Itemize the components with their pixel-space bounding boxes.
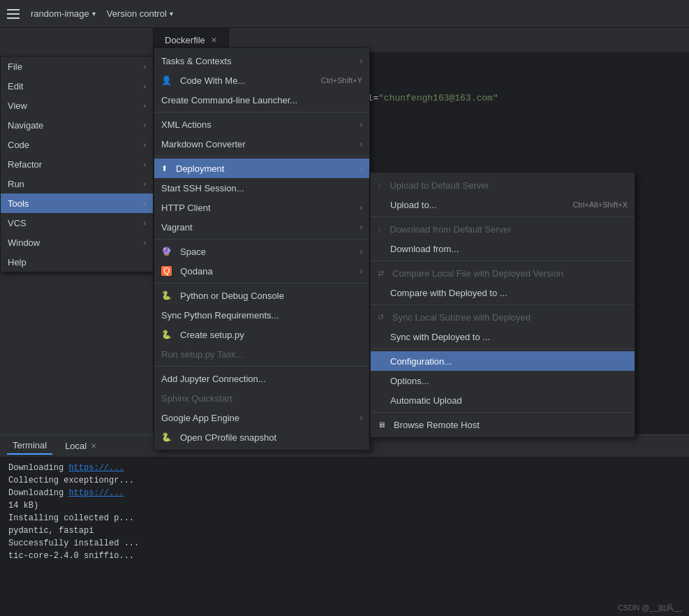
menu-help[interactable]: Help: [1, 252, 153, 272]
download-default-icon: ↓: [378, 225, 382, 233]
term-line-6: pydantic, fastapi: [8, 525, 681, 537]
window-arrow-icon: ›: [144, 239, 146, 247]
tools-qodana[interactable]: Q Qodana ›: [154, 261, 369, 281]
tools-jupyter[interactable]: Add Jupyter Connection...: [154, 369, 369, 388]
deploy-options[interactable]: Options...: [371, 371, 635, 390]
deploy-compare-deployed[interactable]: Compare with Deployed to ...: [371, 283, 635, 302]
dep-sep-2: [371, 261, 635, 261]
tools-vagrant[interactable]: Vagrant ›: [154, 217, 369, 237]
cprofile-icon: 🐍: [161, 432, 172, 442]
tools-submenu: Tasks & Contexts › 👤 Code With Me... Ctr…: [154, 47, 370, 450]
term-line-3: Downloading https://...: [8, 487, 681, 499]
menu-vcs[interactable]: VCS ›: [1, 213, 153, 233]
term-line-2: Collecting exceptiongr...: [8, 474, 681, 487]
terminal-area: Terminal Local ✕ Downloading https://...…: [0, 434, 689, 616]
markdown-arrow-icon: ›: [360, 140, 362, 148]
menu-tools[interactable]: Tools ›: [1, 193, 153, 213]
sidebar: File › Edit › View › Navigate › Code › R…: [0, 28, 154, 434]
upload-default-icon: ↑: [378, 181, 382, 189]
edit-arrow-icon: ›: [144, 82, 146, 90]
create-setup-icon: 🐍: [161, 330, 172, 339]
term-line-7: Successfully installed ...: [8, 537, 681, 550]
term-line-8: tic-core-2.4.0 sniffio...: [8, 550, 681, 562]
deploy-upload-to[interactable]: Upload to... Ctrl+Alt+Shift+X: [371, 195, 635, 214]
tools-tasks[interactable]: Tasks & Contexts ›: [154, 51, 369, 71]
deployment-arrow-icon: ›: [360, 165, 362, 173]
tools-sync-python[interactable]: Sync Python Requirements...: [154, 305, 369, 325]
deploy-browse-remote[interactable]: 🖥 Browse Remote Host: [371, 415, 635, 434]
tools-code-with-me[interactable]: 👤 Code With Me... Ctrl+Shift+Y: [154, 71, 369, 90]
deployment-icon: ⬆: [161, 164, 168, 173]
deploy-configuration[interactable]: Configuration...: [371, 351, 635, 371]
deploy-download-default: ↓ Download from Default Server: [371, 219, 635, 239]
tools-space[interactable]: 🔮 Space ›: [154, 242, 369, 261]
local-close-icon[interactable]: ✕: [91, 442, 96, 450]
space-arrow-icon: ›: [360, 248, 362, 256]
deploy-auto-upload[interactable]: Automatic Upload: [371, 390, 635, 410]
python-console-icon: 🐍: [161, 291, 172, 300]
tools-deployment[interactable]: ⬆ Deployment ›: [154, 159, 369, 178]
tools-ssh[interactable]: Start SSH Session...: [154, 178, 369, 198]
dep-sep-3: [371, 305, 635, 305]
http-arrow-icon: ›: [360, 204, 362, 212]
menu-run[interactable]: Run ›: [1, 174, 153, 193]
tools-sphinx: Sphinx Quickstart: [154, 388, 369, 408]
compare-local-icon: ⇄: [378, 269, 384, 278]
gae-arrow-icon: ›: [360, 414, 362, 422]
tools-arrow-icon: ›: [144, 200, 146, 207]
tab-close-icon[interactable]: ✕: [211, 36, 217, 45]
project-chevron-icon: ▾: [92, 10, 96, 17]
code-arrow-icon: ›: [144, 141, 146, 149]
deploy-upload-default: ↑ Upload to Default Server: [371, 175, 635, 195]
qodana-icon: Q: [161, 266, 172, 276]
tasks-arrow-icon: ›: [360, 57, 362, 65]
vagrant-arrow-icon: ›: [360, 223, 362, 231]
menu-code[interactable]: Code ›: [1, 135, 153, 154]
hamburger-menu[interactable]: [7, 9, 20, 19]
term-line-5: Installing collected p...: [8, 512, 681, 525]
dep-sep-1: [371, 217, 635, 217]
tools-markdown[interactable]: Markdown Converter ›: [154, 134, 369, 154]
project-name[interactable]: random-image ▾: [31, 8, 96, 19]
terminal-tab[interactable]: Terminal: [7, 437, 52, 455]
code-with-me-icon: 👤: [161, 75, 172, 85]
deploy-sync-local: ↺ Sync Local Subtree with Deployed: [371, 307, 635, 327]
tools-gae[interactable]: Google App Engine ›: [154, 408, 369, 427]
deploy-sync-deployed[interactable]: Sync with Deployed to ...: [371, 327, 635, 346]
separator-1: [154, 112, 369, 112]
local-tab[interactable]: Local ✕: [59, 438, 102, 454]
view-arrow-icon: ›: [144, 102, 146, 110]
term-line-1: Downloading https://...: [8, 462, 681, 474]
deploy-compare-local: ⇄ Compare Local File with Deployed Versi…: [371, 263, 635, 283]
navigate-arrow-icon: ›: [144, 122, 146, 129]
deployment-submenu: ↑ Upload to Default Server Upload to... …: [370, 172, 635, 438]
xml-arrow-icon: ›: [360, 121, 362, 129]
dep-sep-4: [371, 349, 635, 349]
version-control[interactable]: Version control ▾: [107, 8, 173, 19]
tools-xml[interactable]: XML Actions ›: [154, 115, 369, 134]
file-arrow-icon: ›: [144, 63, 146, 71]
refactor-arrow-icon: ›: [144, 161, 146, 168]
tools-python-console[interactable]: 🐍 Python or Debug Console: [154, 286, 369, 305]
menu-edit[interactable]: Edit ›: [1, 76, 153, 96]
terminal-content: Downloading https://... Collecting excep…: [0, 457, 689, 566]
tools-http[interactable]: HTTP Client ›: [154, 198, 369, 217]
menu-file[interactable]: File ›: [1, 57, 153, 76]
menu-view[interactable]: View ›: [1, 96, 153, 115]
menu-navigate[interactable]: Navigate ›: [1, 115, 153, 135]
tools-create-setup[interactable]: 🐍 Create setup.py: [154, 325, 369, 344]
menu-refactor[interactable]: Refactor ›: [1, 154, 153, 174]
deploy-download-from[interactable]: Download from...: [371, 239, 635, 258]
menu-window[interactable]: Window ›: [1, 233, 153, 252]
run-arrow-icon: ›: [144, 180, 146, 188]
tools-create-cli[interactable]: Create Command-line Launcher...: [154, 90, 369, 110]
version-chevron-icon: ▾: [170, 10, 173, 17]
vcs-arrow-icon: ›: [144, 219, 146, 227]
sync-local-icon: ↺: [378, 313, 384, 322]
separator-5: [154, 366, 369, 367]
browse-remote-icon: 🖥: [378, 420, 385, 429]
csdn-credit: CSDN @__如风__: [618, 603, 682, 613]
separator-3: [154, 239, 369, 240]
tools-cprofile[interactable]: 🐍 Open CProfile snapshot: [154, 427, 369, 447]
separator-2: [154, 156, 369, 156]
